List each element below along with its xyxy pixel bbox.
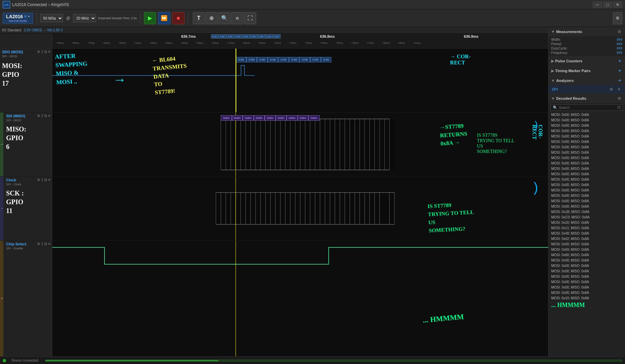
cs-close-icon[interactable]: ✕ bbox=[48, 242, 51, 246]
result-item[interactable]: MOSI: 0x1B; MISO: 0x8A bbox=[548, 209, 625, 215]
result-item[interactable]: MOSI: 0x69; MISO: 0x8A bbox=[548, 247, 625, 252]
miso-func-icon[interactable]: ƒ bbox=[41, 114, 43, 118]
pulse-counters-header[interactable]: ▶ Pulse Counters + bbox=[548, 56, 625, 66]
cs-settings-icon[interactable]: ⚙ bbox=[37, 242, 40, 246]
result-item[interactable]: MOSI: 0x00; MISO: 0x8A bbox=[548, 128, 625, 134]
clock-channel-content[interactable]: IS ST7789TRYING TO TELLUSSOMETHING? ) bbox=[52, 177, 548, 240]
analyzers-add-icon[interactable]: + bbox=[617, 77, 622, 84]
result-item[interactable]: MOSI: 0x00; MISO: 0x8A bbox=[548, 193, 625, 199]
result-item[interactable]: MOSI: 0x00; MISO: 0x8A bbox=[548, 274, 625, 279]
result-item[interactable]: MOSI: 0x00; MISO: 0x8A bbox=[548, 199, 625, 204]
result-item[interactable]: MOSI: 0x00; MISO: 0x8A bbox=[548, 150, 625, 155]
spi-settings-icon[interactable]: ⚙ bbox=[608, 87, 614, 92]
miso-move-icon[interactable]: ⊟ bbox=[44, 114, 47, 118]
time-section-1: 636.7ms bbox=[181, 34, 196, 38]
menu-button[interactable]: ≡ bbox=[613, 12, 622, 24]
playback-button[interactable]: ⏩ bbox=[158, 12, 170, 24]
decoded-results-settings-icon[interactable]: ⚙ bbox=[617, 96, 622, 101]
result-item[interactable]: MOSI: 0x48; MISO: 0x8A bbox=[548, 231, 625, 236]
tick-3: +70us bbox=[87, 41, 95, 48]
clock-close-icon[interactable]: ✕ bbox=[48, 178, 51, 182]
result-item[interactable]: MOSI: 0xC0; MISO: 0x8A bbox=[548, 215, 625, 220]
result-item[interactable]: MOSI: 0x00; MISO: 0x8A bbox=[548, 188, 625, 193]
play-button[interactable]: ▶ bbox=[144, 12, 156, 24]
status-bar: Device connected bbox=[0, 357, 625, 364]
spi-delete-icon[interactable]: ✕ bbox=[616, 87, 622, 92]
result-item[interactable]: MOSI: 0x00; MISO: 0x8A bbox=[548, 118, 625, 123]
result-item[interactable]: MOSI: 0x00; MISO: 0x8A bbox=[548, 139, 625, 145]
mosi-move-icon[interactable]: ⊟ bbox=[44, 50, 47, 54]
time-section-3: 636.9ms bbox=[464, 34, 478, 38]
zoom-out-button[interactable]: ⊖ bbox=[231, 12, 243, 24]
cs-channel-content[interactable] bbox=[52, 241, 548, 356]
mosi-tpkt-5: 0:00 bbox=[242, 34, 249, 38]
minimize-button[interactable]: ─ bbox=[593, 1, 602, 8]
result-item[interactable]: MOSI: 0x00; MISO: 0x8A bbox=[548, 204, 625, 209]
miso-pkt-2: 0x8A bbox=[232, 115, 243, 121]
result-item[interactable]: MOSI: 0x00; MISO: 0x8A bbox=[548, 258, 625, 263]
result-item[interactable]: MOSI: 0x00; MISO: 0x8A bbox=[548, 177, 625, 182]
cs-func-icon[interactable]: ƒ bbox=[41, 242, 43, 246]
result-item[interactable]: MOSI: 0x00; MISO: 0x8A bbox=[548, 279, 625, 285]
cursor-tool-button[interactable]: ⊕ bbox=[206, 12, 218, 24]
sample-rate-select[interactable]: 50 MSa bbox=[40, 14, 63, 22]
clock-move-icon[interactable]: ⊟ bbox=[44, 178, 47, 182]
fit-button[interactable]: ⛶ bbox=[244, 12, 256, 24]
miso-channel-sub: SPI - MISO bbox=[6, 119, 50, 122]
result-item[interactable]: MOSI: 0x00; MISO: 0x8A bbox=[548, 123, 625, 128]
frequency-select[interactable]: 20 MHz bbox=[73, 14, 96, 22]
result-item[interactable]: MOSI: 0x00; MISO: 0x8A bbox=[548, 269, 625, 274]
channel-label-miso: 1 ⚙ ƒ ⊟ ✕ SDI (MISO) SPI - MISO MISO:GPI… bbox=[0, 113, 52, 176]
analyzers-header[interactable]: ▼ Analyzers + bbox=[548, 76, 625, 85]
result-item[interactable]: MOSI: 0x00; MISO: 0x8A bbox=[548, 145, 625, 150]
decoded-results-header[interactable]: ▼ Decoded Results ⚙ bbox=[548, 94, 625, 103]
search-input[interactable] bbox=[559, 106, 616, 110]
mosi-channel-content[interactable]: AFTERSWAPPINGMISO &MOSI .. → ← BL604TRAN… bbox=[52, 49, 548, 112]
miso-channel-content[interactable]: 0x8A 0x8A 0x8A 0x8A 0x8A 0x8A 0x8A 0x8A … bbox=[52, 113, 548, 176]
mosi-func-icon[interactable]: ƒ bbox=[41, 50, 43, 54]
mosi-close-icon[interactable]: ✕ bbox=[48, 50, 51, 54]
result-item[interactable]: MOSI: 0x11; MISO: 0x8A bbox=[548, 225, 625, 231]
result-item[interactable]: MOSI: 0x00; MISO: 0x8A bbox=[548, 161, 625, 166]
cs-move-icon[interactable]: ⊟ bbox=[44, 242, 47, 246]
text-tool-button[interactable]: T bbox=[193, 12, 205, 24]
tick-13: +80us bbox=[242, 41, 250, 48]
result-item[interactable]: MOSI: 0x00; MISO: 0x8A bbox=[548, 112, 625, 118]
close-button[interactable]: ✕ bbox=[613, 1, 622, 8]
measurements-header[interactable]: ▼ Measurements ⚙ bbox=[548, 27, 625, 36]
result-item[interactable]: MOSI: 0x00; MISO: 0x8A bbox=[548, 155, 625, 161]
result-item[interactable]: MOSI: 0x00; MISO: 0x8A bbox=[548, 134, 625, 139]
miso-close-icon[interactable]: ✕ bbox=[48, 114, 51, 118]
timing-marker-header[interactable]: ▶ Timing Marker Pairs + bbox=[548, 66, 625, 75]
zoom-in-button[interactable]: 🔍 bbox=[218, 12, 231, 24]
device-dropdown-icon[interactable]: ▾ bbox=[28, 14, 30, 18]
frequency-group: 20 MHz bbox=[73, 14, 96, 22]
settings-icon[interactable]: ⚙ bbox=[24, 14, 27, 18]
result-item[interactable]: MOSI: 0x00; MISO: 0x8A bbox=[548, 172, 625, 177]
results-list[interactable]: MOSI: 0x00; MISO: 0x8AMOSI: 0x00; MISO: … bbox=[548, 112, 625, 357]
clock-func-icon[interactable]: ƒ bbox=[41, 178, 43, 182]
mosi-handwritten-after: AFTERSWAPPINGMISO &MOSI .. bbox=[55, 51, 88, 87]
pulse-counters-add-icon[interactable]: + bbox=[617, 58, 622, 64]
measurements-settings-icon[interactable]: ⚙ bbox=[617, 29, 622, 34]
result-item[interactable]: MOSI: 0x00; MISO: 0x8A bbox=[548, 285, 625, 290]
clock-settings-icon[interactable]: ⚙ bbox=[37, 178, 40, 182]
result-item[interactable]: MOSI: 0x10; MISO: 0x8A bbox=[548, 296, 625, 301]
stop-button[interactable]: ■ bbox=[172, 12, 184, 24]
result-item[interactable]: MOSI: 0x00; MISO: 0x8A bbox=[548, 182, 625, 188]
result-item[interactable]: MOSI: 0x00; MISO: 0x8A bbox=[548, 263, 625, 269]
miso-settings-icon[interactable]: ⚙ bbox=[37, 114, 40, 118]
result-item[interactable]: MOSI: 0x80; MISO: 0x8A bbox=[548, 252, 625, 258]
tick-6: +10us bbox=[134, 41, 141, 48]
result-item[interactable]: MOSI: 0x20; MISO: 0x8A bbox=[548, 220, 625, 225]
expected-sample-label: Expected Sample Time: 2.5s bbox=[98, 17, 137, 20]
result-item[interactable]: MOSI: 0x00; MISO: 0x8A bbox=[548, 290, 625, 296]
result-item[interactable]: MOSI: 0x00; MISO: 0x8A bbox=[548, 242, 625, 247]
result-item[interactable]: MOSI: 0x02; MISO: 0x8A bbox=[548, 236, 625, 242]
timing-marker-add-icon[interactable]: + bbox=[617, 67, 622, 74]
maximize-button[interactable]: □ bbox=[603, 1, 612, 8]
tick-7: +20us bbox=[149, 41, 157, 48]
result-item[interactable]: MOSI: 0x00; MISO: 0x8A bbox=[548, 166, 625, 172]
mosi-settings-icon[interactable]: ⚙ bbox=[37, 50, 40, 54]
cs-waveform-svg bbox=[52, 241, 548, 356]
